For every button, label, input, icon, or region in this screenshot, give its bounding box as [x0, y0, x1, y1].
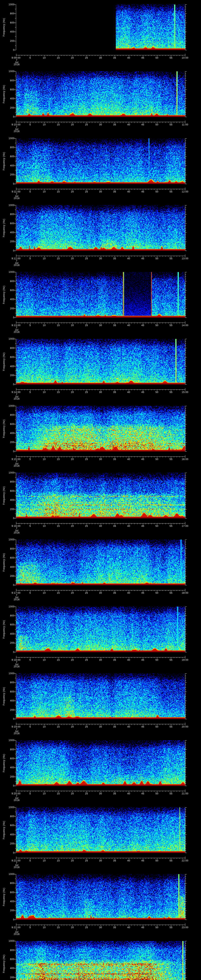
- x-tick-label: 50: [155, 592, 158, 594]
- y-axis-title: Frequency (Hz): [3, 687, 5, 705]
- y-tick-label: 1000: [5, 873, 14, 875]
- x-tick-label: 10: [43, 57, 46, 59]
- x-tick-label: 35: [113, 725, 116, 728]
- y-tick-label: 200: [5, 776, 14, 778]
- y-tick-label: 1000: [5, 137, 14, 140]
- date-annotation: 7Jul2016: [14, 59, 20, 66]
- x-tick-label: 35: [113, 57, 116, 59]
- x-tick-label: 40: [128, 57, 130, 59]
- x-tick-label: 10: [43, 592, 46, 594]
- y-tick-label: 800: [5, 614, 14, 617]
- spectrogram-panel-hour-9-17-00: Frequency (Hz) 10008006004002000 5101520…: [0, 535, 201, 602]
- x-end-time-label: 18:00: [182, 592, 188, 594]
- x-tick-label: 15: [57, 191, 60, 193]
- x-tick-label: 15: [57, 324, 60, 326]
- x-tick-label: 25: [85, 725, 88, 728]
- date-line: 2016: [14, 866, 20, 869]
- x-end-time-label: 12:00: [182, 191, 188, 193]
- y-tick-label: 0: [5, 918, 14, 921]
- spectrogram-panel-hour-9-18-00: Frequency (Hz) 10008006004002000 5101520…: [0, 602, 201, 669]
- x-tick-label: 10: [43, 124, 46, 126]
- y-tick-label: 600: [5, 690, 14, 693]
- x-tick-label: 10: [43, 859, 46, 862]
- x-tick-label: 35: [113, 659, 116, 661]
- y-tick-label: 600: [5, 155, 14, 158]
- x-tick-label: 55: [170, 659, 172, 661]
- y-axis-title: Frequency (Hz): [3, 219, 5, 237]
- y-tick-label: 600: [5, 624, 14, 626]
- x-tick-label: 15: [57, 926, 60, 929]
- y-tick-label: 600: [5, 757, 14, 760]
- y-tick-label: 800: [5, 280, 14, 282]
- x-tick-label: 30: [99, 124, 102, 126]
- spectrogram-canvas: [0, 937, 201, 980]
- y-tick-label: 600: [5, 958, 14, 960]
- x-tick-label: 40: [128, 525, 130, 527]
- y-tick-label: 0: [5, 852, 14, 854]
- y-tick-label: 600: [5, 22, 14, 24]
- date-line: 2016: [14, 331, 20, 333]
- y-tick-label: 600: [5, 891, 14, 894]
- x-tick-label: 25: [85, 458, 88, 460]
- date-annotation: 7Jul2016: [14, 862, 20, 869]
- x-tick-label: 20: [71, 458, 74, 460]
- y-tick-label: 600: [5, 423, 14, 425]
- x-tick-label: 15: [57, 57, 60, 59]
- x-tick-label: 40: [128, 926, 130, 929]
- x-tick-label: 50: [155, 659, 158, 661]
- x-tick-label: 55: [170, 592, 172, 594]
- y-tick-label: 1000: [5, 806, 14, 808]
- x-tick-label: 55: [170, 725, 172, 728]
- x-tick-label: 5: [29, 257, 31, 260]
- x-tick-label: 20: [71, 124, 74, 126]
- y-tick-label: 200: [5, 374, 14, 377]
- y-axis-title: Frequency (Hz): [3, 486, 5, 505]
- x-tick-label: 50: [155, 525, 158, 527]
- x-tick-label: 30: [99, 792, 102, 795]
- y-tick-label: 200: [5, 976, 14, 978]
- y-tick-label: 1000: [5, 338, 14, 340]
- spectrogram-panel-hour-9-16-00: Frequency (Hz) 10008006004002000 5101520…: [0, 468, 201, 535]
- x-tick-label: 25: [85, 525, 88, 527]
- y-axis-title: Frequency (Hz): [3, 286, 5, 304]
- y-tick-label: 400: [5, 633, 14, 635]
- x-tick-label: 10: [43, 324, 46, 326]
- y-axis-title: Frequency (Hz): [3, 152, 5, 170]
- y-tick-label: 800: [5, 414, 14, 416]
- x-tick-label: 45: [141, 324, 144, 326]
- x-tick-label: 10: [43, 725, 46, 728]
- y-axis-title: Frequency (Hz): [3, 420, 5, 438]
- x-end-time-label: 11:00: [182, 124, 188, 126]
- y-tick-label: 600: [5, 88, 14, 91]
- x-end-time-label: 23:00: [182, 926, 188, 929]
- date-line: 2016: [14, 130, 20, 132]
- x-tick-label: 20: [71, 725, 74, 728]
- y-tick-label: 600: [5, 557, 14, 559]
- date-annotation: 7Jul2016: [14, 461, 20, 467]
- y-tick-label: 200: [5, 709, 14, 711]
- x-tick-label: 30: [99, 659, 102, 661]
- x-tick-label: 25: [85, 926, 88, 929]
- x-tick-label: 45: [141, 124, 144, 126]
- x-end-time-label: 14:00: [182, 324, 188, 326]
- x-tick-label: 20: [71, 257, 74, 260]
- x-tick-label: 35: [113, 525, 116, 527]
- x-tick-label: 50: [155, 926, 158, 929]
- y-tick-label: 0: [5, 317, 14, 319]
- x-tick-label: 15: [57, 257, 60, 260]
- y-tick-label: 400: [5, 834, 14, 836]
- y-tick-label: 1000: [5, 405, 14, 407]
- x-tick-label: 35: [113, 191, 116, 193]
- x-tick-label: 55: [170, 191, 172, 193]
- y-tick-label: 600: [5, 289, 14, 291]
- y-tick-label: 0: [5, 450, 14, 453]
- spectrogram-panel-hour-9-10-00: Frequency (Hz) 10008006004002000 5101520…: [0, 67, 201, 134]
- y-tick-label: 800: [5, 80, 14, 82]
- x-tick-label: 10: [43, 257, 46, 260]
- x-tick-label: 20: [71, 659, 74, 661]
- x-tick-label: 25: [85, 257, 88, 260]
- y-tick-label: 1000: [5, 3, 14, 6]
- spectrogram-panel-hour-9-21-00: Frequency (Hz) 10008006004002000 5101520…: [0, 803, 201, 870]
- x-tick-label: 50: [155, 792, 158, 795]
- x-tick-label: 30: [99, 57, 102, 59]
